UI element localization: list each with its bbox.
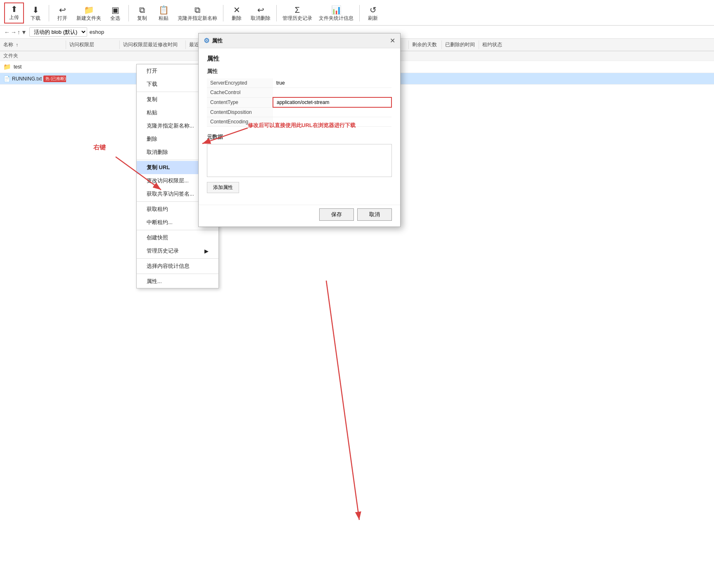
folder-name: test [14, 64, 21, 70]
folder-deleted [442, 65, 479, 69]
prop-input-content-disposition[interactable] [276, 109, 388, 115]
prop-val-cache-control [273, 88, 391, 98]
prop-key-content-type: ContentType [207, 97, 273, 107]
prop-val-server-encrypted [273, 78, 391, 88]
dialog-properties-group-title: 属性 [207, 68, 392, 75]
folder-label: 文件夹 [3, 53, 18, 59]
upload-button[interactable]: ⬆ 上传 [4, 2, 24, 24]
ctx-select-stats[interactable]: 选择内容统计信息 [137, 260, 218, 273]
dialog-body: 属性 属性 ServerEncrypted CacheControl [199, 48, 400, 205]
copy-icon: ⧉ [139, 6, 145, 14]
prop-row-content-type: ContentType [207, 97, 391, 107]
file-deleted [442, 77, 479, 81]
ctx-create-snapshot[interactable]: 创建快照 [137, 231, 218, 244]
download-icon: ⬇ [32, 6, 39, 14]
cancel-delete-button[interactable]: ↩ 取消删除 [248, 4, 273, 24]
prop-row-cache-control: CacheControl [207, 88, 391, 98]
prop-input-cache-control[interactable] [276, 90, 388, 95]
toolbar-divider-2 [128, 5, 129, 21]
dropdown-button[interactable]: ▼ [21, 29, 27, 35]
dialog-close-button[interactable]: ✕ [390, 37, 395, 45]
ctx-properties[interactable]: 属性... [137, 275, 218, 288]
manage-history-button[interactable]: Σ 管理历史记录 [280, 4, 315, 24]
prop-input-content-encoding[interactable] [276, 119, 388, 125]
file-stats-button[interactable]: 📊 文件夹统计信息 [316, 4, 356, 24]
file-remain [409, 77, 442, 81]
save-button[interactable]: 保存 [319, 208, 354, 221]
nav-controls: ← → ↑ ▼ [4, 29, 27, 35]
prop-key-content-disposition: ContentDisposition [207, 107, 273, 117]
toolbar-divider-1 [49, 5, 49, 21]
ctx-divider-5 [137, 258, 218, 259]
new-folder-button[interactable]: 📁 新建文件夹 [74, 4, 104, 24]
clone-rename-button[interactable]: ⧉ 克隆并指定新名称 [175, 4, 220, 24]
svg-line-3 [326, 281, 359, 520]
manage-history-icon: Σ [295, 6, 300, 14]
back-button[interactable]: ← [4, 29, 10, 35]
blob-type-select[interactable]: 活动的 blob (默认) [29, 27, 87, 37]
prop-val-content-disposition [273, 107, 391, 117]
upload-icon: ⬆ [11, 5, 18, 13]
folder-lease [479, 65, 508, 69]
prop-val-content-encoding [273, 117, 391, 127]
refresh-button[interactable]: ↺ 刷新 [363, 4, 383, 24]
col-lease[interactable]: 租约状态 [479, 40, 508, 49]
download-button[interactable]: ⬇ 下载 [26, 4, 45, 24]
paste-button[interactable]: 📋 粘贴 [154, 4, 173, 24]
prop-key-server-encrypted: ServerEncrypted [207, 78, 273, 88]
toolbar-divider-5 [359, 5, 360, 21]
prop-row-server-encrypted: ServerEncrypted [207, 78, 391, 88]
open-button[interactable]: ↩ 打开 [52, 4, 72, 24]
properties-table: ServerEncrypted CacheControl ContentType [207, 78, 392, 127]
metadata-area [207, 144, 392, 177]
prop-input-content-type[interactable] [277, 99, 388, 105]
select-all-button[interactable]: ▣ 全选 [105, 4, 125, 24]
col-access-mod[interactable]: 访问权限层最近修改时间 [120, 40, 186, 49]
breadcrumb-path: eshop [90, 29, 104, 35]
delete-button[interactable]: ✕ 删除 [227, 4, 247, 24]
prop-row-content-encoding: ContentEncoding [207, 117, 391, 127]
ctx-divider-6 [137, 274, 218, 274]
cancel-button[interactable]: 取消 [357, 208, 392, 221]
right-click-annotation: 右键 [93, 144, 106, 151]
dialog-title-text: 属性 [212, 37, 223, 45]
properties-dialog: ⚙ 属性 ✕ 属性 属性 ServerEncrypted CacheContro… [198, 33, 401, 227]
clone-rename-icon: ⧉ [195, 6, 200, 14]
up-button[interactable]: ↑ [17, 29, 20, 35]
toolbar-divider-4 [276, 5, 277, 21]
prop-key-content-encoding: ContentEncoding [207, 117, 273, 127]
col-deleted[interactable]: 已删除的时间 [442, 40, 479, 49]
dialog-title-icon: ⚙ [204, 37, 209, 45]
refresh-icon: ↺ [370, 6, 377, 14]
dialog-metadata-group-title: 元数据 [207, 133, 392, 141]
delete-icon: ✕ [233, 6, 240, 14]
forward-button[interactable]: → [11, 29, 17, 35]
select-all-icon: ▣ [111, 6, 119, 14]
prop-row-content-disposition: ContentDisposition [207, 107, 391, 117]
file-name: RUNNING.txt [12, 76, 42, 82]
file-access [66, 77, 120, 81]
toolbar-divider-3 [223, 5, 223, 21]
copy-button[interactable]: ⧉ 复制 [132, 4, 152, 24]
col-name[interactable]: 名称 ↑ [0, 40, 66, 49]
prop-key-cache-control: CacheControl [207, 88, 273, 98]
dialog-titlebar: ⚙ 属性 ✕ [199, 33, 400, 48]
dialog-section-title: 属性 [207, 55, 392, 63]
file-lease [479, 77, 508, 81]
open-icon: ↩ [59, 6, 66, 14]
hot-badge: 热 (已推断) [43, 76, 66, 82]
ctx-divider-4 [137, 230, 218, 230]
add-property-button[interactable]: 添加属性 [207, 182, 239, 193]
dialog-footer: 保存 取消 [199, 205, 400, 227]
folder-remain [409, 65, 442, 69]
file-stats-icon: 📊 [331, 6, 342, 14]
prop-input-server-encrypted[interactable] [276, 80, 388, 86]
prop-val-content-type [273, 97, 391, 107]
folder-icon: 📁 [3, 63, 11, 71]
col-access[interactable]: 访问权限层 [66, 40, 120, 49]
paste-icon: 📋 [159, 6, 169, 14]
ctx-manage-history[interactable]: 管理历史记录 ▶ [137, 244, 218, 257]
folder-access [66, 65, 120, 69]
file-icon: 📄 [3, 76, 10, 82]
col-remain[interactable]: 剩余的天数 [409, 40, 442, 49]
